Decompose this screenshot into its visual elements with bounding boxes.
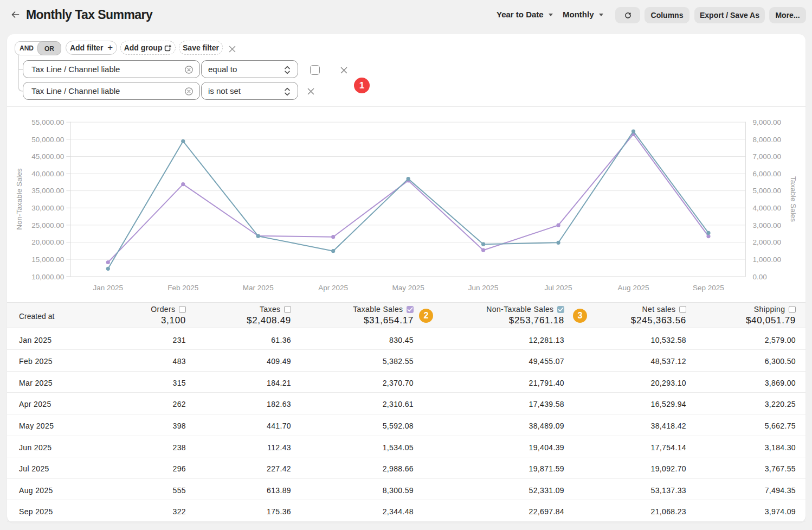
svg-text:May 2025: May 2025: [392, 284, 424, 292]
svg-text:2,000.00: 2,000.00: [752, 238, 781, 246]
svg-text:40,000.00: 40,000.00: [31, 170, 64, 178]
svg-text:8,000.00: 8,000.00: [752, 136, 781, 144]
svg-text:15,000.00: 15,000.00: [31, 256, 64, 264]
svg-text:10,000.00: 10,000.00: [31, 273, 64, 281]
svg-text:25,000.00: 25,000.00: [31, 221, 64, 229]
svg-text:Taxable Sales: Taxable Sales: [789, 176, 797, 222]
svg-text:45,000.00: 45,000.00: [31, 152, 64, 161]
svg-text:0.00: 0.00: [752, 273, 766, 281]
svg-text:7,000.00: 7,000.00: [752, 152, 781, 161]
svg-text:9,000.00: 9,000.00: [752, 118, 781, 126]
svg-text:5,000.00: 5,000.00: [752, 187, 781, 195]
svg-text:Mar 2025: Mar 2025: [243, 284, 274, 292]
svg-text:Feb 2025: Feb 2025: [167, 284, 198, 292]
svg-text:3,000.00: 3,000.00: [752, 221, 781, 229]
svg-text:4,000.00: 4,000.00: [752, 204, 781, 212]
svg-text:Apr 2025: Apr 2025: [318, 284, 348, 292]
svg-text:30,000.00: 30,000.00: [31, 204, 64, 212]
svg-text:1,000.00: 1,000.00: [752, 256, 781, 264]
svg-text:Aug 2025: Aug 2025: [618, 284, 649, 292]
svg-text:20,000.00: 20,000.00: [31, 238, 64, 246]
svg-text:Sep 2025: Sep 2025: [693, 284, 724, 292]
svg-text:50,000.00: 50,000.00: [31, 136, 64, 144]
svg-text:35,000.00: 35,000.00: [31, 187, 64, 195]
svg-text:Jun 2025: Jun 2025: [468, 284, 499, 292]
svg-text:55,000.00: 55,000.00: [31, 118, 64, 126]
svg-text:Non-Taxable Sales: Non-Taxable Sales: [15, 168, 23, 230]
svg-text:6,000.00: 6,000.00: [752, 170, 781, 178]
svg-text:Jul 2025: Jul 2025: [545, 284, 572, 292]
svg-text:Jan 2025: Jan 2025: [93, 284, 124, 292]
